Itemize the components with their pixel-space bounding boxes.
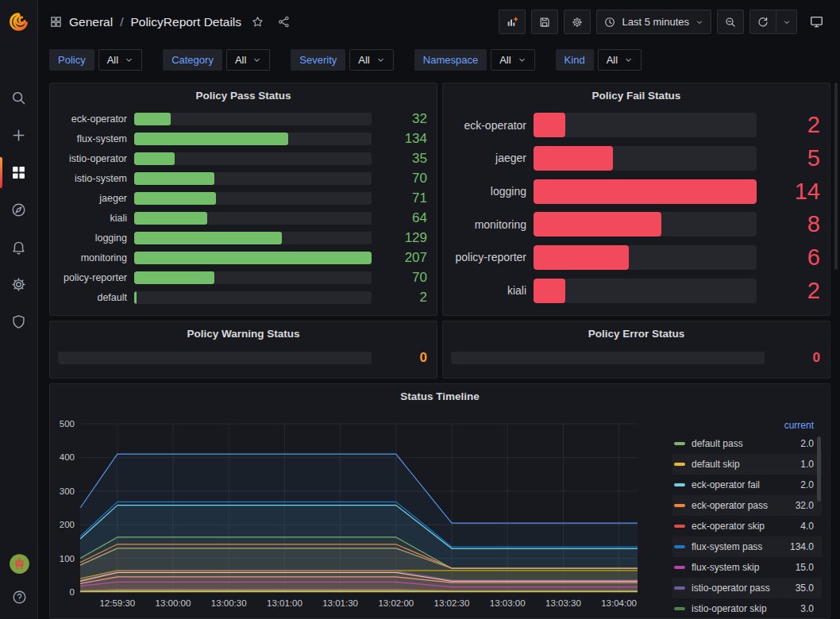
gauge-bar — [134, 152, 175, 165]
gauge-row-label: jaeger — [58, 193, 134, 204]
gauge-row-label: policy-reporter — [58, 272, 134, 283]
gear-icon — [10, 276, 27, 293]
legend-current-value: 2.0 — [800, 438, 814, 449]
legend-row[interactable]: default pass2.0 — [672, 433, 822, 454]
legend-row[interactable]: eck-operator pass32.0 — [672, 495, 822, 516]
sidebar-item-configuration[interactable] — [0, 266, 38, 303]
gauge-bar — [134, 212, 207, 225]
legend-current-value: 32.0 — [796, 500, 814, 511]
breadcrumb-folder[interactable]: General — [69, 15, 113, 29]
filter-label: Namespace — [414, 49, 487, 71]
legend-series-label[interactable]: eck-operator pass — [692, 500, 796, 511]
sidebar-item-create[interactable] — [0, 117, 38, 154]
panel-policy-pass-status: Policy Pass Status eck-operator32flux-sy… — [49, 83, 437, 316]
gauge-row-value: 134 — [372, 131, 427, 147]
legend-swatch — [674, 586, 685, 590]
legend-current-value: 134.0 — [790, 541, 814, 552]
chevron-down-icon — [518, 56, 526, 64]
panel-title[interactable]: Policy Pass Status — [50, 83, 437, 107]
gauge-row: logging129 — [58, 230, 427, 246]
clock-icon — [603, 16, 616, 29]
filter-value-dropdown[interactable]: All — [349, 49, 393, 71]
filter-kind: KindAll — [556, 49, 642, 71]
sidebar-item-alerting[interactable] — [0, 229, 38, 266]
zoom-out-time-button[interactable] — [717, 10, 744, 34]
chevron-down-icon — [695, 17, 704, 27]
time-range-label: Last 5 minutes — [622, 16, 689, 28]
panel-policy-error-status: Policy Error Status 0 — [442, 321, 830, 379]
legend-row[interactable]: flux-system skip15.0 — [672, 557, 822, 578]
gauge-bar — [134, 291, 137, 304]
filter-value-dropdown[interactable]: All — [598, 49, 642, 71]
legend-series-label[interactable]: istio-operator skip — [692, 603, 800, 614]
legend-series-label[interactable]: default pass — [692, 438, 800, 449]
refresh-dashboard-button[interactable] — [749, 10, 776, 34]
panel-policy-fail-status: Policy Fail Status eck-operator2jaeger5l… — [442, 83, 830, 316]
gear-icon — [571, 16, 584, 29]
gauge-row-label: eck-operator — [451, 119, 534, 132]
gauge-row: monitoring8 — [451, 211, 820, 237]
legend-row[interactable]: flux-system pass134.0 — [672, 536, 822, 557]
time-range-picker[interactable]: Last 5 minutes — [596, 10, 711, 34]
gauge-row-value: 207 — [372, 250, 427, 266]
save-dashboard-button[interactable] — [531, 10, 558, 34]
filter-policy: PolicyAll — [49, 49, 142, 71]
sidebar-item-explore[interactable] — [0, 191, 38, 229]
sidebar-item-help[interactable] — [0, 581, 38, 613]
legend-row[interactable]: istio-operator pass35.0 — [672, 578, 822, 598]
legend-series-label[interactable]: eck-operator skip — [692, 521, 800, 532]
dashboard-settings-button[interactable] — [564, 10, 591, 34]
panel-title[interactable]: Status Timeline — [50, 384, 830, 408]
legend-row[interactable]: eck-operator fail2.0 — [672, 475, 822, 495]
legend-row[interactable]: default skip1.0 — [672, 454, 822, 475]
legend-current-header[interactable]: current — [672, 417, 822, 433]
refresh-icon — [757, 16, 769, 29]
grafana-logo[interactable] — [0, 0, 38, 44]
legend-series-label[interactable]: flux-system pass — [692, 541, 790, 552]
page-scrollbar[interactable] — [834, 83, 838, 270]
gauge-bar — [134, 252, 372, 264]
dashboards-grid-icon — [10, 164, 27, 181]
filter-category: CategoryAll — [163, 49, 270, 71]
legend-swatch — [674, 525, 685, 528]
shield-icon — [10, 313, 27, 330]
legend-row[interactable]: eck-operator skip4.0 — [672, 516, 822, 536]
legend-series-label[interactable]: flux-system skip — [692, 562, 796, 573]
legend-series-label[interactable]: default skip — [692, 459, 800, 470]
x-axis-tick: 13:04:00 — [601, 598, 637, 608]
filter-value: All — [607, 55, 618, 65]
bar-gauge: 0 — [443, 345, 830, 374]
panel-title[interactable]: Policy Warning Status — [50, 321, 437, 345]
bar-gauge: eck-operator2jaeger5logging14monitoring8… — [443, 107, 830, 313]
legend-series-label[interactable]: eck-operator fail — [692, 479, 800, 490]
panel-title[interactable]: Policy Fail Status — [443, 83, 830, 107]
sidebar-item-dashboards[interactable] — [0, 154, 38, 191]
legend-series-label[interactable]: istio-operator pass — [692, 582, 796, 594]
user-avatar[interactable] — [0, 546, 38, 581]
share-dashboard-button[interactable] — [274, 12, 294, 32]
add-panel-button[interactable] — [499, 10, 526, 34]
refresh-interval-dropdown[interactable] — [776, 10, 797, 34]
gauge-row-value: 2 — [757, 112, 820, 138]
gauge-bar-track — [134, 212, 372, 225]
plus-icon — [10, 127, 27, 144]
timeline-legend: current default pass2.0default skip1.0ec… — [672, 417, 822, 618]
legend-current-value: 3.0 — [800, 603, 814, 614]
legend-rows: default pass2.0default skip1.0eck-operat… — [672, 433, 822, 619]
cycle-view-mode-button[interactable] — [803, 10, 830, 34]
legend-row[interactable]: istio-operator skip3.0 — [672, 598, 822, 619]
legend-scrollbar[interactable] — [817, 436, 821, 502]
filter-value-dropdown[interactable]: All — [98, 49, 142, 71]
filter-label: Kind — [556, 49, 594, 71]
gauge-bar — [134, 133, 288, 145]
gauge-bar — [134, 271, 214, 284]
filter-value-dropdown[interactable]: All — [491, 49, 534, 71]
sidebar-item-search[interactable] — [0, 79, 38, 117]
legend-swatch — [674, 545, 685, 548]
filter-value-dropdown[interactable]: All — [226, 49, 270, 71]
panel-title[interactable]: Policy Error Status — [443, 321, 830, 345]
sidebar-item-server-admin[interactable] — [0, 303, 38, 340]
gauge-row: flux-system134 — [58, 131, 427, 147]
star-dashboard-button[interactable] — [248, 12, 268, 32]
bar-gauge: 0 — [50, 345, 437, 374]
